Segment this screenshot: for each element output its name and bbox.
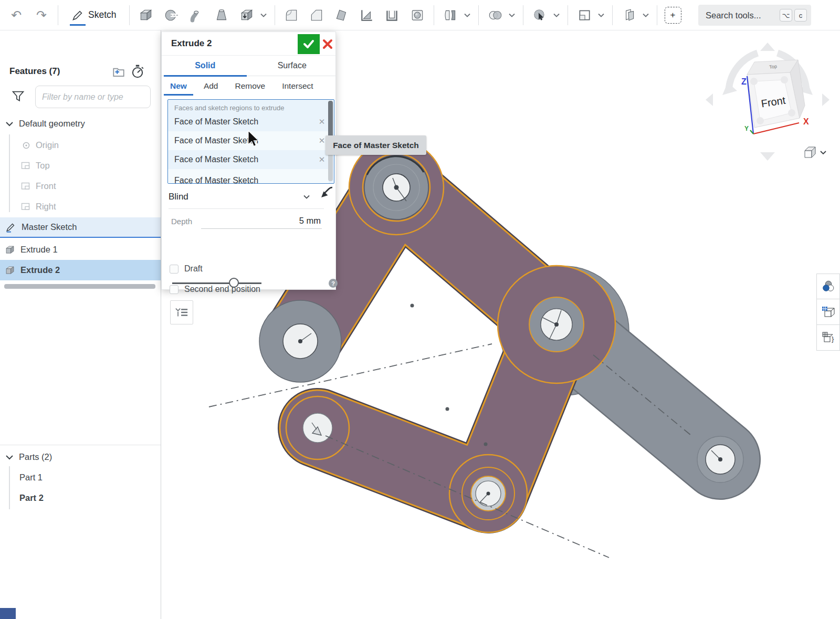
op-intersect[interactable]: Intersect — [274, 76, 321, 96]
draft-option[interactable]: Draft — [170, 264, 203, 274]
tab-surface[interactable]: Surface — [249, 56, 336, 76]
tree-group-default-geometry[interactable]: Default geometry — [0, 113, 161, 134]
plane-tool-icon[interactable] — [575, 5, 593, 26]
search-tools[interactable]: Search tools... ⌥ c — [698, 5, 811, 26]
bottom-left-boss[interactable] — [303, 413, 332, 443]
transform-tool-icon[interactable] — [531, 5, 549, 26]
face-row[interactable]: Face of Master Sketch ✕ — [168, 150, 329, 169]
view-cube-top-label[interactable]: Top — [769, 64, 778, 70]
depth-value-input[interactable]: 5 mm — [299, 216, 321, 226]
fillet-tool-icon[interactable] — [282, 5, 300, 26]
op-new[interactable]: New — [162, 76, 195, 96]
split-tool-icon[interactable] — [442, 5, 459, 26]
rotate-up-arrow — [760, 43, 775, 51]
parts-group[interactable]: Parts (2) — [0, 447, 161, 467]
face-row[interactable]: Face of Master Sketch — [168, 169, 329, 183]
parts-group-label: Parts (2) — [19, 452, 52, 462]
extrude-tool-icon[interactable] — [137, 5, 155, 26]
filter-icon[interactable] — [11, 89, 25, 103]
toolbar-divider — [568, 5, 568, 25]
feature-filter-input[interactable] — [36, 86, 150, 108]
remove-face-icon[interactable]: ✕ — [315, 117, 329, 127]
arm-end-boss[interactable] — [697, 436, 743, 482]
add-folder-icon[interactable] — [111, 65, 126, 79]
opacity-slider-thumb[interactable] — [229, 278, 239, 288]
configured-properties-panel-button[interactable]: } — [816, 325, 840, 351]
stopwatch-icon[interactable] — [130, 64, 145, 79]
shell-tool-icon[interactable] — [383, 5, 401, 26]
view-menu[interactable] — [805, 147, 826, 158]
sketch-button[interactable]: Sketch — [66, 4, 122, 27]
custom-feature-button[interactable]: + — [665, 7, 681, 24]
tree-item-top-plane[interactable]: Top — [0, 155, 161, 176]
face-row[interactable]: Face of Master Sketch ✕ — [168, 131, 329, 150]
op-add[interactable]: Add — [195, 76, 227, 96]
parts-item-part2[interactable]: Part 2 — [0, 488, 161, 508]
tree-item-master-sketch[interactable]: Master Sketch — [0, 217, 161, 238]
config-table-icon — [821, 305, 835, 319]
confirm-button[interactable] — [298, 34, 320, 54]
faces-selection-list[interactable]: Faces and sketch regions to extrude Face… — [167, 99, 334, 184]
help-icon[interactable]: ? — [329, 279, 338, 288]
second-end-checkbox[interactable] — [170, 285, 178, 294]
hole-tool-icon[interactable] — [408, 5, 426, 26]
opacity-slider-track[interactable] — [172, 282, 261, 284]
rotate-right-arrow — [822, 93, 830, 106]
parts-item-part1[interactable]: Part 1 — [0, 467, 161, 488]
left-boss[interactable] — [259, 300, 341, 382]
appearance-panel-button[interactable] — [816, 274, 840, 299]
boolean-tool-icon[interactable] — [486, 5, 504, 26]
redo-button[interactable]: ↷ — [33, 5, 50, 26]
op-remove[interactable]: Remove — [226, 76, 274, 96]
sweep-tool-icon[interactable] — [187, 5, 205, 26]
search-tools-label: Search tools... — [706, 11, 778, 20]
top-boss[interactable] — [363, 154, 430, 221]
tree-item-origin[interactable]: Origin — [0, 135, 161, 155]
sketch-active-underline — [70, 24, 86, 26]
thicken-dropdown-caret[interactable] — [260, 13, 267, 18]
right-boss[interactable] — [529, 297, 584, 352]
end-condition-dropdown[interactable]: Blind — [169, 185, 324, 209]
tree-item-extrude-2[interactable]: Extrude 2 — [0, 260, 161, 280]
flip-direction-icon[interactable] — [320, 185, 334, 200]
plane-dropdown-caret[interactable] — [597, 13, 605, 18]
transform-dropdown-caret[interactable] — [553, 13, 560, 18]
split-dropdown-caret[interactable] — [464, 13, 471, 18]
end-condition-value: Blind — [169, 192, 303, 202]
surface-tool-icon[interactable] — [620, 5, 638, 26]
tree-item-extrude-1[interactable]: Extrude 1 — [0, 239, 161, 260]
draft-tool-icon[interactable] — [333, 5, 351, 26]
view-cube[interactable]: Top Front — [747, 60, 805, 128]
surface-dropdown-caret[interactable] — [642, 13, 649, 18]
chevron-down-icon — [5, 119, 14, 129]
cancel-button[interactable] — [322, 38, 333, 50]
rib-tool-icon[interactable] — [358, 5, 376, 26]
second-end-option[interactable]: Second end position — [170, 285, 260, 294]
face-row[interactable]: Face of Master Sketch ✕ — [168, 112, 329, 131]
list-scrollbar-thumb[interactable] — [328, 101, 333, 139]
dropdown-caret-icon — [303, 194, 310, 200]
feature-list-toggle[interactable] — [170, 300, 193, 324]
view-cube-widget[interactable]: Top Front Z X Y — [698, 39, 835, 163]
boolean-dropdown-caret[interactable] — [508, 13, 516, 18]
undo-button[interactable]: ↶ — [7, 5, 25, 26]
draft-checkbox[interactable] — [170, 265, 178, 274]
chamfer-tool-icon[interactable] — [308, 5, 326, 26]
tree-label: Front — [36, 181, 56, 191]
boolean-op-tabs: New Add Remove Intersect — [162, 76, 335, 96]
thicken-tool-icon[interactable] — [238, 5, 256, 26]
remove-face-icon[interactable]: ✕ — [315, 155, 329, 164]
configurations-panel-button[interactable] — [816, 299, 840, 325]
revolve-tool-icon[interactable] — [162, 5, 180, 26]
rollback-bar[interactable] — [4, 284, 155, 289]
tab-solid[interactable]: Solid — [162, 56, 249, 76]
loft-tool-icon[interactable] — [213, 5, 230, 26]
tree-item-front-plane[interactable]: Front — [0, 176, 161, 196]
shortcut-c-key: c — [794, 9, 807, 22]
toolbar-divider — [129, 5, 130, 25]
part-label: Part 2 — [19, 493, 44, 503]
tree-item-right-plane[interactable]: Right — [0, 196, 161, 217]
depth-input-underline — [201, 228, 322, 229]
chevron-down-icon — [5, 453, 14, 462]
bottom-bar-fragment[interactable] — [0, 608, 16, 619]
